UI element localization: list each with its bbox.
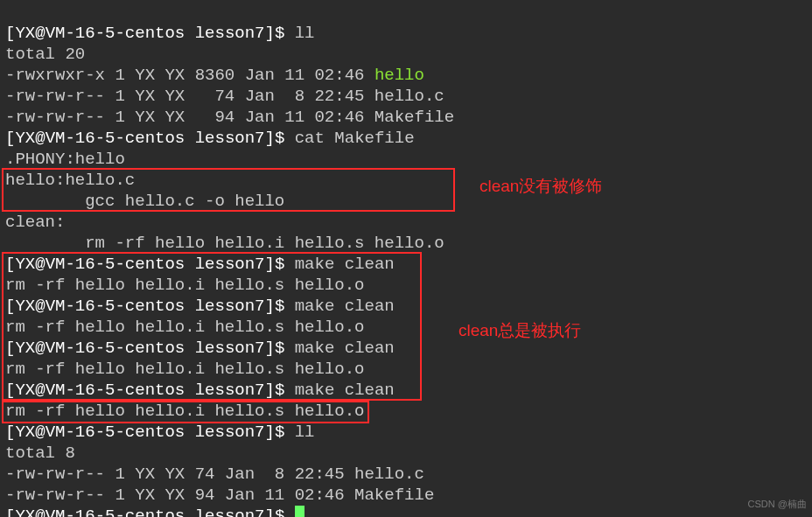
cursor-icon xyxy=(295,506,304,517)
output-line: rm -rf hello hello.i hello.s hello.o xyxy=(5,234,444,253)
output-line: rm -rf hello hello.i hello.s hello.o xyxy=(5,276,364,295)
command-text: ll xyxy=(295,24,315,43)
output-line: rm -rf hello hello.i hello.s hello.o xyxy=(5,360,364,379)
annotation-2: clean总是被执行 xyxy=(458,320,581,341)
output-line: -rw-rw-r-- 1 YX YX 74 Jan 8 22:45 hello.… xyxy=(5,87,444,106)
output-line: -rw-rw-r-- 1 YX YX 94 Jan 11 02:46 Makef… xyxy=(5,486,434,505)
terminal-output: [YX@VM-16-5-centos lesson7]$ ll total 20… xyxy=(0,0,812,517)
output-line: gcc hello.c -o hello xyxy=(5,192,284,211)
output-line: [YX@VM-16-5-centos lesson7]$ make clean xyxy=(5,297,395,316)
output-line: [YX@VM-16-5-centos lesson7]$ make clean xyxy=(5,339,395,358)
command-text: make clean xyxy=(295,255,395,274)
output-line: hello:hello.c xyxy=(5,171,135,190)
output-line: [YX@VM-16-5-centos lesson7]$ ll xyxy=(5,24,315,43)
output-line: clean: xyxy=(5,213,65,232)
watermark: CSDN @楠曲 xyxy=(748,493,807,514)
command-text: make clean xyxy=(295,339,395,358)
output-line: rm -rf hello hello.i hello.s hello.o xyxy=(5,318,364,337)
executable-file: hello xyxy=(374,66,424,85)
output-line: -rwxrwxr-x 1 YX YX 8360 Jan 11 02:46 hel… xyxy=(5,66,424,85)
output-line: rm -rf hello hello.i hello.s hello.o xyxy=(5,402,364,421)
output-line: [YX@VM-16-5-centos lesson7]$ make clean xyxy=(5,255,395,274)
command-text: make clean xyxy=(295,297,395,316)
output-line: [YX@VM-16-5-centos lesson7]$ xyxy=(5,507,304,517)
annotation-1: clean没有被修饰 xyxy=(480,176,602,197)
output-line: .PHONY:hello xyxy=(5,150,125,169)
output-line: [YX@VM-16-5-centos lesson7]$ cat Makefil… xyxy=(5,129,415,148)
output-line: [YX@VM-16-5-centos lesson7]$ make clean xyxy=(5,381,395,400)
output-line: -rw-rw-r-- 1 YX YX 94 Jan 11 02:46 Makef… xyxy=(5,108,454,127)
output-line: total 8 xyxy=(5,444,75,463)
output-line: total 20 xyxy=(5,45,85,64)
command-text: ll xyxy=(295,423,315,442)
command-text: make clean xyxy=(295,381,395,400)
command-text: cat Makefile xyxy=(295,129,415,148)
output-line: [YX@VM-16-5-centos lesson7]$ ll xyxy=(5,423,315,442)
output-line: -rw-rw-r-- 1 YX YX 74 Jan 8 22:45 hello.… xyxy=(5,465,424,484)
